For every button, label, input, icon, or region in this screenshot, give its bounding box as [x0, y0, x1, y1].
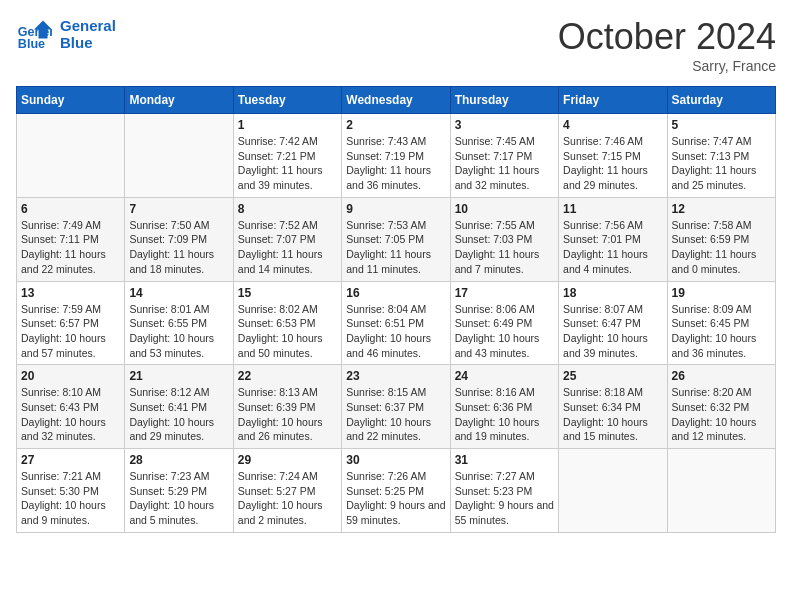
day-header-thursday: Thursday	[450, 87, 558, 114]
day-header-monday: Monday	[125, 87, 233, 114]
day-info: Sunrise: 7:46 AM Sunset: 7:15 PM Dayligh…	[563, 134, 662, 193]
calendar-cell: 28Sunrise: 7:23 AM Sunset: 5:29 PM Dayli…	[125, 449, 233, 533]
calendar-cell: 12Sunrise: 7:58 AM Sunset: 6:59 PM Dayli…	[667, 197, 775, 281]
calendar-cell: 16Sunrise: 8:04 AM Sunset: 6:51 PM Dayli…	[342, 281, 450, 365]
day-number: 17	[455, 286, 554, 300]
day-info: Sunrise: 8:02 AM Sunset: 6:53 PM Dayligh…	[238, 302, 337, 361]
calendar-cell: 11Sunrise: 7:56 AM Sunset: 7:01 PM Dayli…	[559, 197, 667, 281]
day-number: 12	[672, 202, 771, 216]
day-header-tuesday: Tuesday	[233, 87, 341, 114]
day-number: 23	[346, 369, 445, 383]
day-info: Sunrise: 7:59 AM Sunset: 6:57 PM Dayligh…	[21, 302, 120, 361]
day-header-sunday: Sunday	[17, 87, 125, 114]
day-info: Sunrise: 8:04 AM Sunset: 6:51 PM Dayligh…	[346, 302, 445, 361]
day-number: 28	[129, 453, 228, 467]
logo-line2: Blue	[60, 34, 116, 51]
day-info: Sunrise: 7:58 AM Sunset: 6:59 PM Dayligh…	[672, 218, 771, 277]
day-info: Sunrise: 7:50 AM Sunset: 7:09 PM Dayligh…	[129, 218, 228, 277]
calendar-cell: 15Sunrise: 8:02 AM Sunset: 6:53 PM Dayli…	[233, 281, 341, 365]
page-header: General Blue General Blue October 2024 S…	[16, 16, 776, 74]
day-number: 11	[563, 202, 662, 216]
day-info: Sunrise: 7:26 AM Sunset: 5:25 PM Dayligh…	[346, 469, 445, 528]
day-number: 15	[238, 286, 337, 300]
day-info: Sunrise: 7:45 AM Sunset: 7:17 PM Dayligh…	[455, 134, 554, 193]
logo-line1: General	[60, 17, 116, 34]
day-info: Sunrise: 7:52 AM Sunset: 7:07 PM Dayligh…	[238, 218, 337, 277]
day-number: 1	[238, 118, 337, 132]
day-number: 27	[21, 453, 120, 467]
day-info: Sunrise: 8:16 AM Sunset: 6:36 PM Dayligh…	[455, 385, 554, 444]
day-info: Sunrise: 7:42 AM Sunset: 7:21 PM Dayligh…	[238, 134, 337, 193]
day-info: Sunrise: 7:47 AM Sunset: 7:13 PM Dayligh…	[672, 134, 771, 193]
calendar-cell: 19Sunrise: 8:09 AM Sunset: 6:45 PM Dayli…	[667, 281, 775, 365]
calendar-header-row: SundayMondayTuesdayWednesdayThursdayFrid…	[17, 87, 776, 114]
calendar-week-3: 13Sunrise: 7:59 AM Sunset: 6:57 PM Dayli…	[17, 281, 776, 365]
calendar-cell: 23Sunrise: 8:15 AM Sunset: 6:37 PM Dayli…	[342, 365, 450, 449]
day-number: 25	[563, 369, 662, 383]
calendar-cell: 29Sunrise: 7:24 AM Sunset: 5:27 PM Dayli…	[233, 449, 341, 533]
day-number: 18	[563, 286, 662, 300]
day-number: 24	[455, 369, 554, 383]
day-number: 8	[238, 202, 337, 216]
day-info: Sunrise: 8:20 AM Sunset: 6:32 PM Dayligh…	[672, 385, 771, 444]
day-number: 31	[455, 453, 554, 467]
calendar-table: SundayMondayTuesdayWednesdayThursdayFrid…	[16, 86, 776, 533]
day-number: 26	[672, 369, 771, 383]
day-number: 7	[129, 202, 228, 216]
calendar-cell: 1Sunrise: 7:42 AM Sunset: 7:21 PM Daylig…	[233, 114, 341, 198]
calendar-cell	[559, 449, 667, 533]
calendar-cell	[17, 114, 125, 198]
day-info: Sunrise: 8:13 AM Sunset: 6:39 PM Dayligh…	[238, 385, 337, 444]
day-info: Sunrise: 8:15 AM Sunset: 6:37 PM Dayligh…	[346, 385, 445, 444]
location-subtitle: Sarry, France	[558, 58, 776, 74]
calendar-cell: 9Sunrise: 7:53 AM Sunset: 7:05 PM Daylig…	[342, 197, 450, 281]
day-number: 19	[672, 286, 771, 300]
calendar-cell: 20Sunrise: 8:10 AM Sunset: 6:43 PM Dayli…	[17, 365, 125, 449]
calendar-cell: 2Sunrise: 7:43 AM Sunset: 7:19 PM Daylig…	[342, 114, 450, 198]
day-number: 22	[238, 369, 337, 383]
day-info: Sunrise: 7:21 AM Sunset: 5:30 PM Dayligh…	[21, 469, 120, 528]
day-info: Sunrise: 7:24 AM Sunset: 5:27 PM Dayligh…	[238, 469, 337, 528]
day-number: 9	[346, 202, 445, 216]
logo-icon: General Blue	[16, 16, 52, 52]
day-number: 6	[21, 202, 120, 216]
day-info: Sunrise: 7:55 AM Sunset: 7:03 PM Dayligh…	[455, 218, 554, 277]
day-number: 30	[346, 453, 445, 467]
day-info: Sunrise: 7:43 AM Sunset: 7:19 PM Dayligh…	[346, 134, 445, 193]
calendar-cell: 27Sunrise: 7:21 AM Sunset: 5:30 PM Dayli…	[17, 449, 125, 533]
day-header-wednesday: Wednesday	[342, 87, 450, 114]
day-number: 21	[129, 369, 228, 383]
day-number: 14	[129, 286, 228, 300]
day-info: Sunrise: 8:12 AM Sunset: 6:41 PM Dayligh…	[129, 385, 228, 444]
day-number: 4	[563, 118, 662, 132]
calendar-cell: 10Sunrise: 7:55 AM Sunset: 7:03 PM Dayli…	[450, 197, 558, 281]
calendar-cell: 14Sunrise: 8:01 AM Sunset: 6:55 PM Dayli…	[125, 281, 233, 365]
day-number: 10	[455, 202, 554, 216]
day-info: Sunrise: 8:07 AM Sunset: 6:47 PM Dayligh…	[563, 302, 662, 361]
calendar-week-4: 20Sunrise: 8:10 AM Sunset: 6:43 PM Dayli…	[17, 365, 776, 449]
day-info: Sunrise: 7:27 AM Sunset: 5:23 PM Dayligh…	[455, 469, 554, 528]
day-number: 16	[346, 286, 445, 300]
day-info: Sunrise: 8:01 AM Sunset: 6:55 PM Dayligh…	[129, 302, 228, 361]
calendar-cell	[125, 114, 233, 198]
month-title: October 2024	[558, 16, 776, 58]
day-number: 2	[346, 118, 445, 132]
day-number: 29	[238, 453, 337, 467]
calendar-cell	[667, 449, 775, 533]
calendar-week-5: 27Sunrise: 7:21 AM Sunset: 5:30 PM Dayli…	[17, 449, 776, 533]
day-header-friday: Friday	[559, 87, 667, 114]
calendar-cell: 25Sunrise: 8:18 AM Sunset: 6:34 PM Dayli…	[559, 365, 667, 449]
calendar-cell: 30Sunrise: 7:26 AM Sunset: 5:25 PM Dayli…	[342, 449, 450, 533]
calendar-cell: 3Sunrise: 7:45 AM Sunset: 7:17 PM Daylig…	[450, 114, 558, 198]
logo: General Blue General Blue	[16, 16, 116, 52]
calendar-cell: 26Sunrise: 8:20 AM Sunset: 6:32 PM Dayli…	[667, 365, 775, 449]
title-block: October 2024 Sarry, France	[558, 16, 776, 74]
calendar-cell: 17Sunrise: 8:06 AM Sunset: 6:49 PM Dayli…	[450, 281, 558, 365]
svg-text:Blue: Blue	[18, 37, 45, 51]
calendar-week-2: 6Sunrise: 7:49 AM Sunset: 7:11 PM Daylig…	[17, 197, 776, 281]
calendar-cell: 7Sunrise: 7:50 AM Sunset: 7:09 PM Daylig…	[125, 197, 233, 281]
day-info: Sunrise: 8:18 AM Sunset: 6:34 PM Dayligh…	[563, 385, 662, 444]
calendar-body: 1Sunrise: 7:42 AM Sunset: 7:21 PM Daylig…	[17, 114, 776, 533]
day-info: Sunrise: 7:53 AM Sunset: 7:05 PM Dayligh…	[346, 218, 445, 277]
calendar-cell: 5Sunrise: 7:47 AM Sunset: 7:13 PM Daylig…	[667, 114, 775, 198]
